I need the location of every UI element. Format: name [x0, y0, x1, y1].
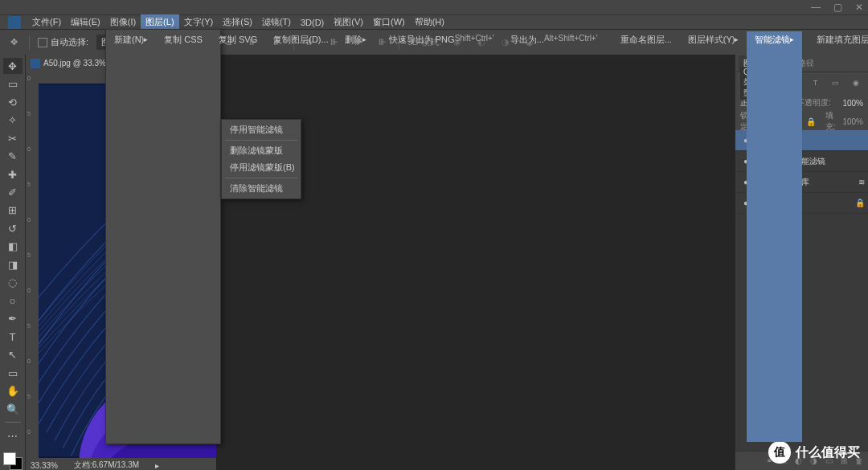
ruler-tick: 0 — [27, 217, 31, 223]
zoom-tool[interactable]: 🔍 — [3, 401, 23, 417]
history-brush-tool[interactable]: ↺ — [3, 220, 23, 236]
zoom-level[interactable]: 33.33% — [31, 461, 58, 470]
ruler-tick: 5 — [27, 182, 31, 187]
move-tool[interactable]: ✥ — [3, 58, 23, 74]
brush-tool[interactable]: ✐ — [3, 184, 23, 200]
menu-item[interactable]: 导出为...Alt+Shift+Ctrl+' — [502, 31, 606, 442]
separator — [225, 140, 297, 141]
menu-item[interactable]: 新建(N) — [106, 31, 156, 442]
ruler-tick: 5 — [27, 394, 31, 399]
edit-toolbar[interactable]: ⋯ — [3, 427, 23, 443]
menu-4[interactable]: 文字(Y) — [179, 14, 219, 30]
eraser-tool[interactable]: ◧ — [3, 239, 23, 255]
watermark-icon: 值 — [768, 441, 791, 464]
menu-item[interactable]: 重命名图层... — [612, 31, 680, 442]
menu-item[interactable]: 智能滤镜 — [747, 31, 802, 442]
blur-tool[interactable]: ◌ — [3, 275, 23, 291]
toolbox: ✥ ▭ ⟲ ✧ ✂ ✎ ✚ ✐ ⊞ ↺ ◧ ◨ ◌ ○ ✒ T ↖ ▭ ✋ 🔍 … — [0, 55, 26, 470]
ruler-tick: 5 — [27, 323, 31, 329]
crop-tool[interactable]: ✂ — [3, 130, 23, 146]
auto-select-checkbox[interactable]: 自动选择: — [38, 36, 88, 48]
menu-item[interactable]: 停用滤镜蒙版(B) — [222, 159, 301, 176]
app-logo — [8, 16, 21, 29]
menu-item[interactable]: 图层样式(Y) — [680, 31, 747, 442]
menu-10[interactable]: 帮助(H) — [410, 14, 449, 30]
ruler-tick: 5 — [27, 252, 31, 258]
ruler-tick: 0 — [27, 76, 31, 81]
move-tool-icon: ✥ — [6, 35, 21, 50]
dodge-tool[interactable]: ○ — [3, 292, 23, 309]
document-status-bar: 33.33% 文档:6.67M/13.3M ▸ — [26, 458, 216, 470]
menu-2[interactable]: 图像(I) — [105, 14, 141, 30]
menu-1[interactable]: 编辑(E) — [66, 14, 105, 30]
gradient-tool[interactable]: ◨ — [3, 256, 23, 272]
layer-menu: 新建(N)复制 CSS复制 SVG复制图层(D)...删除快速导出为 PNGSh… — [105, 29, 221, 444]
menu-item[interactable]: 快速导出为 PNGShift+Ctrl+' — [381, 31, 502, 442]
menubar: 文件(F)编辑(E)图像(I)图层(L)文字(Y)选择(S)滤镜(T)3D(D)… — [0, 14, 868, 29]
marquee-tool[interactable]: ▭ — [3, 76, 23, 92]
menu-3[interactable]: 图层(L) — [141, 14, 178, 30]
stamp-tool[interactable]: ⊞ — [3, 202, 23, 219]
menu-5[interactable]: 选择(S) — [218, 14, 257, 30]
menu-item[interactable]: 删除 — [337, 31, 375, 442]
menu-9[interactable]: 窗口(W) — [368, 14, 410, 30]
menu-item[interactable]: 清除智能滤镜 — [222, 180, 301, 197]
ruler-tick: 0 — [27, 288, 31, 293]
menu-7[interactable]: 3D(D) — [296, 16, 329, 29]
pen-tool[interactable]: ✒ — [3, 311, 23, 327]
menu-8[interactable]: 视图(V) — [329, 14, 368, 30]
close-button[interactable]: ✕ — [855, 2, 863, 13]
type-tool[interactable]: T — [3, 329, 23, 345]
color-swatch[interactable] — [3, 452, 23, 470]
ruler-tick: 0 — [27, 358, 31, 364]
menu-item[interactable]: 新建填充图层(W) — [809, 31, 868, 442]
menu-6[interactable]: 滤镜(T) — [257, 14, 296, 30]
menu-item[interactable]: 复制图层(D)... — [265, 31, 336, 442]
eyedropper-tool[interactable]: ✎ — [3, 148, 23, 164]
path-tool[interactable]: ↖ — [3, 347, 23, 363]
separator — [29, 35, 30, 50]
maximize-button[interactable]: ▢ — [833, 2, 842, 13]
separator — [5, 422, 21, 423]
watermark-text: 什么值得买 — [796, 444, 860, 461]
lasso-tool[interactable]: ⟲ — [3, 94, 23, 110]
ruler-tick: 0 — [27, 146, 31, 152]
separator — [225, 178, 297, 178]
ruler-tick: 0 — [27, 429, 31, 435]
shape-tool[interactable]: ▭ — [3, 365, 23, 381]
menu-item[interactable]: 停用智能滤镜 — [222, 121, 301, 138]
ps-icon — [31, 59, 40, 68]
watermark: 值 什么值得买 — [768, 441, 860, 464]
minimize-button[interactable]: — — [811, 2, 821, 13]
menu-item[interactable]: 复制 SVG — [211, 31, 265, 442]
hand-tool[interactable]: ✋ — [3, 382, 23, 398]
smart-filter-submenu: 停用智能滤镜删除滤镜蒙版停用滤镜蒙版(B)清除智能滤镜 — [221, 119, 301, 199]
doc-size: 文档:6.67M/13.3M — [74, 460, 139, 470]
ruler-tick: 5 — [27, 111, 31, 116]
menu-item[interactable]: 复制 CSS — [156, 31, 211, 442]
menu-item[interactable]: 删除滤镜蒙版 — [222, 142, 301, 159]
window-titlebar: — ▢ ✕ — [0, 0, 868, 14]
wand-tool[interactable]: ✧ — [3, 112, 23, 128]
ruler-vertical: 05050505050 — [26, 72, 39, 458]
heal-tool[interactable]: ✚ — [3, 166, 23, 182]
chevron-right-icon[interactable]: ▸ — [155, 461, 159, 470]
menu-0[interactable]: 文件(F) — [27, 14, 66, 30]
